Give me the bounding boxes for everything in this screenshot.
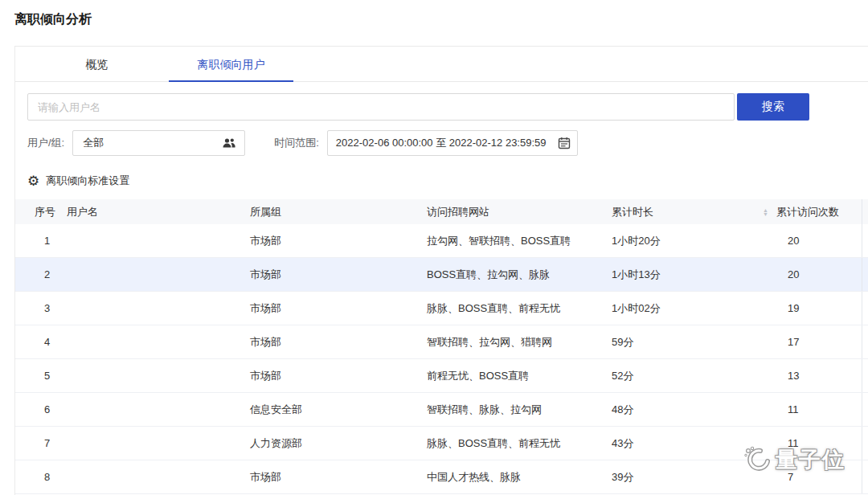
filter-row: 用户/组: 全部 时间范围: 2022-02-06 00:00:00 至 202… — [27, 130, 868, 156]
header-group: 所属组 — [250, 205, 427, 219]
table-row: 6 信息安全部 智联招聘、脉脉、拉勾网 48分 11 — [15, 393, 868, 427]
header-visits: 累计访问次数 — [776, 205, 862, 219]
tab-resignation-users[interactable]: 离职倾向用户 — [169, 47, 293, 81]
page-title: 离职倾向分析 — [14, 11, 92, 28]
header-username: 用户名 — [67, 205, 250, 219]
resignation-criteria-settings-link[interactable]: ⚙ 离职倾向标准设置 — [27, 174, 868, 188]
gear-icon: ⚙ — [27, 174, 39, 188]
time-range-picker[interactable]: 2022-02-06 00:00:00 至 2022-02-12 23:59:5… — [327, 130, 578, 156]
tab-overview[interactable]: 概览 — [35, 47, 159, 81]
group-people-icon — [222, 137, 236, 149]
settings-label: 离职倾向标准设置 — [46, 174, 129, 188]
user-group-label: 用户/组: — [27, 136, 64, 150]
table-row: 7 人力资源部 脉脉、BOSS直聘、前程无忧 43分 11 — [15, 427, 868, 460]
content-card: 概览 离职倾向用户 搜索 用户/组: 全部 时间范围: 2022-02-06 0… — [14, 46, 868, 495]
table-row: 3 市场部 脉脉、BOSS直聘、前程无忧 1小时02分 19 — [15, 292, 868, 325]
user-group-select[interactable]: 全部 — [72, 130, 245, 156]
header-sites: 访问招聘网站 — [427, 205, 612, 219]
time-range-value: 2022-02-06 00:00:00 至 2022-02-12 23:59:5… — [336, 136, 547, 150]
table-row: 5 市场部 前程无忧、BOSS直聘 52分 13 — [15, 359, 868, 393]
table-row: 2 市场部 BOSS直聘、拉勾网、脉脉 1小时13分 20 — [15, 258, 868, 292]
sort-duration-icon[interactable]: ▲▼ — [763, 208, 768, 216]
search-row: 搜索 — [27, 93, 868, 121]
header-duration: 累计时长 ▲▼ — [612, 205, 776, 219]
search-button[interactable]: 搜索 — [737, 93, 809, 121]
header-extra — [862, 199, 868, 224]
header-index: 序号 — [15, 205, 67, 219]
tab-bar: 概览 离职倾向用户 — [15, 47, 868, 82]
resignation-users-table: 序号 用户名 所属组 访问招聘网站 累计时长 ▲▼ 累计访问次数 1 市场部 拉… — [15, 199, 868, 494]
time-range-label: 时间范围: — [274, 136, 319, 150]
calendar-icon — [558, 137, 571, 149]
table-row: 4 市场部 智联招聘、拉勾网、猎聘网 59分 17 — [15, 325, 868, 359]
table-row: 1 市场部 拉勾网、智联招聘、BOSS直聘 1小时20分 20 — [15, 224, 868, 258]
user-group-value: 全部 — [83, 136, 104, 150]
username-search-input[interactable] — [27, 93, 735, 121]
table-header-row: 序号 用户名 所属组 访问招聘网站 累计时长 ▲▼ 累计访问次数 — [15, 199, 868, 224]
table-row: 8 市场部 中国人才热线、脉脉 39分 7 — [15, 460, 868, 494]
